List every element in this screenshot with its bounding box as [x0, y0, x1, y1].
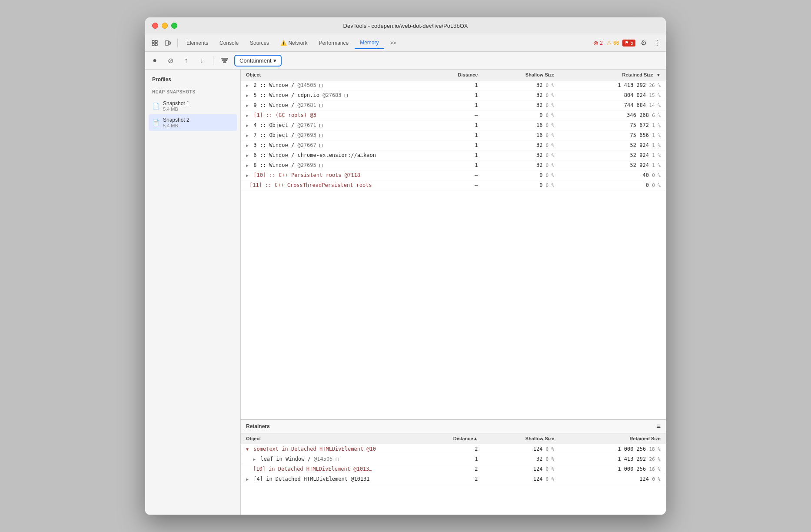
upload-button[interactable]: ↑: [180, 54, 192, 66]
tab-sources[interactable]: Sources: [245, 37, 274, 49]
toolbar-separator-2: [213, 56, 213, 65]
more-button[interactable]: ⋮: [652, 38, 662, 48]
tab-overflow[interactable]: >>: [385, 37, 402, 49]
main-content: Profiles HEAP SNAPSHOTS 📄 Snapshot 1 5.4…: [145, 70, 666, 515]
retainer-row[interactable]: ▶ leaf in Window / @14505 □ 1 32 0 % 1 4…: [241, 454, 666, 464]
retainer-row[interactable]: ▼ someText in Detached HTMLDivElement @1…: [241, 444, 666, 454]
left-toolbar-icons: [149, 37, 174, 49]
expand-icon[interactable]: ▶: [253, 457, 256, 462]
toolbar-right: ⊗ 2 ⚠ 66 ⚑ 5 ⚙ ⋮: [593, 38, 662, 48]
main-tabs: Elements Console Sources ⚠️ Network Perf…: [181, 37, 592, 49]
network-warn-icon: ⚠️: [280, 40, 287, 46]
expand-icon[interactable]: ▼: [246, 447, 249, 452]
table-row[interactable]: ▶ 2 :: Window / @14505 □ 1 32 0 % 1 413 …: [241, 80, 666, 90]
col-header-shallow[interactable]: Shallow Size: [483, 70, 559, 80]
table-row[interactable]: ▶ 7 :: Object / @27693 □ 1 16 0 % 75 656…: [241, 130, 666, 140]
window-title: DevTools - codepen.io/web-dot-dev/live/P…: [343, 23, 468, 29]
retainers-menu-icon[interactable]: ≡: [657, 422, 661, 430]
tab-elements[interactable]: Elements: [181, 37, 213, 49]
record-button[interactable]: ●: [149, 54, 161, 66]
retainers-col-distance[interactable]: Distance▲: [432, 433, 483, 444]
error-badge[interactable]: ⊗ 2: [593, 40, 603, 47]
devtools-window: DevTools - codepen.io/web-dot-dev/live/P…: [145, 17, 666, 515]
table-row[interactable]: ▶ [10] :: C++ Persistent roots @7118 – 0…: [241, 170, 666, 180]
settings-button[interactable]: ⚙: [639, 38, 648, 48]
expand-icon[interactable]: ▶: [246, 163, 249, 168]
expand-icon[interactable]: ▶: [246, 123, 249, 128]
download-button[interactable]: ↓: [196, 54, 208, 66]
tab-network[interactable]: ⚠️ Network: [275, 37, 312, 49]
svg-rect-3: [155, 43, 157, 46]
snapshot-2-info: Snapshot 2 5.4 MB: [163, 117, 189, 128]
tab-performance[interactable]: Performance: [313, 37, 354, 49]
col-header-object[interactable]: Object: [241, 70, 432, 80]
toolbar-separator-1: [177, 39, 178, 47]
warn-badge[interactable]: ⚠ 66: [606, 40, 619, 47]
tab-memory[interactable]: Memory: [355, 37, 384, 49]
svg-rect-6: [222, 58, 228, 59]
retainers-table: Object Distance▲ Shallow Size Retained S…: [241, 433, 666, 484]
svg-rect-2: [152, 43, 154, 46]
devtools-body: Elements Console Sources ⚠️ Network Perf…: [145, 34, 666, 515]
traffic-lights: [152, 23, 177, 29]
retainer-row[interactable]: [10] in Detached HTMLDivElement @1013… 2…: [241, 464, 666, 474]
table-row[interactable]: ▶ 5 :: Window / cdpn.io @27683 □ 1 32 0 …: [241, 90, 666, 100]
retainer-row[interactable]: ▶ [4] in Detached HTMLDivElement @10131 …: [241, 474, 666, 484]
table-row[interactable]: ▶ 4 :: Object / @27671 □ 1 16 0 % 75 672…: [241, 120, 666, 130]
sidebar: Profiles HEAP SNAPSHOTS 📄 Snapshot 1 5.4…: [145, 70, 241, 515]
table-row[interactable]: [11] :: C++ CrossThreadPersistent roots …: [241, 180, 666, 190]
expand-icon[interactable]: ▶: [246, 173, 249, 178]
info-icon: ⚑: [625, 40, 629, 46]
table-row[interactable]: ▶ 9 :: Window / @27681 □ 1 32 0 % 744 68…: [241, 100, 666, 110]
containment-dropdown[interactable]: Containment ▾: [234, 55, 282, 66]
close-button[interactable]: [152, 23, 158, 29]
expand-icon[interactable]: ▶: [246, 143, 249, 148]
expand-icon[interactable]: ▶: [246, 477, 249, 482]
error-icon: ⊗: [593, 40, 598, 47]
clear-button[interactable]: ⊘: [164, 54, 176, 66]
svg-rect-5: [169, 42, 170, 44]
col-header-distance[interactable]: Distance: [432, 70, 483, 80]
device-mode-icon[interactable]: [162, 37, 174, 49]
col-header-retained[interactable]: Retained Size ▼: [559, 70, 666, 80]
data-panel: Object Distance Shallow Size Retained Si…: [241, 70, 666, 515]
snapshot-1-info: Snapshot 1 5.4 MB: [163, 100, 189, 112]
profiles-title: Profiles: [149, 75, 237, 84]
svg-rect-4: [165, 41, 169, 45]
warning-icon: ⚠: [606, 40, 612, 47]
table-row[interactable]: ▶ 3 :: Window / @27667 □ 1 32 0 % 52 924…: [241, 140, 666, 150]
inspect-icon[interactable]: [149, 37, 161, 49]
retainers-col-shallow[interactable]: Shallow Size: [483, 433, 559, 444]
table-row[interactable]: ▶ [1] :: (GC roots) @3 – 0 0 % 346 268 6…: [241, 110, 666, 120]
snapshot-1-item[interactable]: 📄 Snapshot 1 5.4 MB: [149, 98, 237, 114]
expand-icon[interactable]: ▶: [246, 103, 249, 108]
tab-bar: Elements Console Sources ⚠️ Network Perf…: [145, 34, 666, 52]
snapshot-2-item[interactable]: 📄 Snapshot 2 5.4 MB: [149, 114, 237, 131]
snapshot-2-icon: 📄: [152, 119, 160, 126]
title-bar: DevTools - codepen.io/web-dot-dev/live/P…: [145, 17, 666, 34]
info-badge[interactable]: ⚑ 5: [622, 40, 635, 47]
retainers-col-retained[interactable]: Retained Size: [559, 433, 666, 444]
expand-icon[interactable]: ▶: [246, 133, 249, 138]
expand-icon[interactable]: ▶: [246, 113, 249, 118]
snapshot-1-icon: 📄: [152, 103, 160, 110]
main-table-section: Object Distance Shallow Size Retained Si…: [241, 70, 666, 419]
maximize-button[interactable]: [171, 23, 177, 29]
retainers-col-object[interactable]: Object: [241, 433, 432, 444]
expand-icon[interactable]: ▶: [246, 93, 249, 98]
expand-icon[interactable]: ▶: [246, 83, 249, 88]
retainers-header: Retainers ≡: [241, 419, 666, 433]
svg-rect-7: [223, 60, 227, 61]
tab-console[interactable]: Console: [214, 37, 244, 49]
table-row[interactable]: ▶ 6 :: Window / chrome-extension://a…kao…: [241, 150, 666, 160]
main-table: Object Distance Shallow Size Retained Si…: [241, 70, 666, 190]
secondary-toolbar: ● ⊘ ↑ ↓ Containment ▾: [145, 52, 666, 70]
expand-icon[interactable]: ▶: [246, 153, 249, 158]
svg-rect-1: [155, 40, 157, 43]
minimize-button[interactable]: [162, 23, 168, 29]
heap-snapshots-label: HEAP SNAPSHOTS: [149, 88, 237, 96]
retainers-section: Retainers ≡ Object Distance▲ Shallow Siz…: [241, 419, 666, 515]
filter-button[interactable]: [219, 54, 231, 66]
svg-rect-0: [152, 40, 154, 43]
table-row[interactable]: ▶ 8 :: Window / @27695 □ 1 32 0 % 52 924…: [241, 160, 666, 170]
